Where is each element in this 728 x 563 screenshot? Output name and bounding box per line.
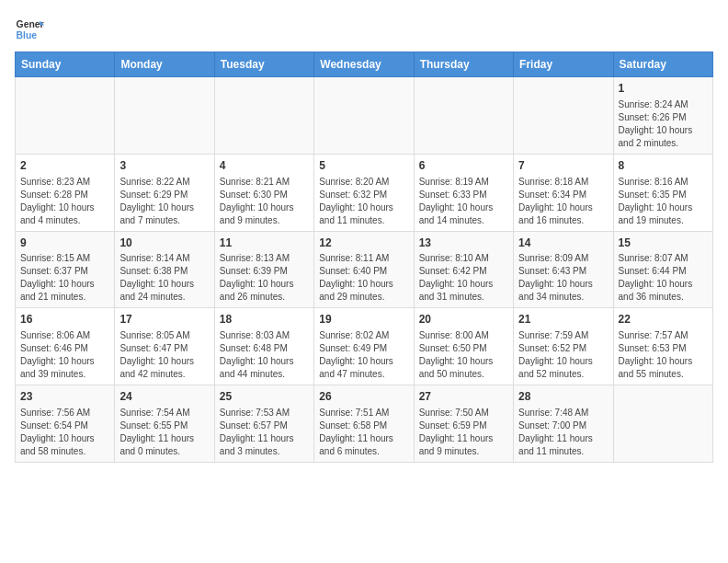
day-of-week-header: Friday	[514, 52, 613, 77]
day-info: Sunrise: 8:20 AM Sunset: 6:32 PM Dayligh…	[319, 176, 408, 227]
day-info: Sunrise: 8:10 AM Sunset: 6:42 PM Dayligh…	[419, 252, 508, 304]
day-of-week-header: Monday	[115, 52, 214, 77]
calendar-cell: 21Sunrise: 7:59 AM Sunset: 6:52 PM Dayli…	[514, 308, 613, 385]
calendar-cell: 18Sunrise: 8:03 AM Sunset: 6:48 PM Dayli…	[214, 308, 313, 385]
day-number: 3	[119, 158, 209, 174]
day-info: Sunrise: 7:51 AM Sunset: 6:58 PM Dayligh…	[319, 407, 408, 458]
day-info: Sunrise: 8:02 AM Sunset: 6:49 PM Dayligh…	[319, 329, 408, 381]
day-number: 28	[518, 389, 608, 405]
calendar-week-row: 16Sunrise: 8:06 AM Sunset: 6:46 PM Dayli…	[16, 308, 713, 385]
calendar-cell: 13Sunrise: 8:10 AM Sunset: 6:42 PM Dayli…	[414, 231, 513, 308]
calendar-cell: 4Sunrise: 8:21 AM Sunset: 6:30 PM Daylig…	[214, 154, 313, 231]
calendar-cell: 16Sunrise: 8:06 AM Sunset: 6:46 PM Dayli…	[16, 308, 115, 385]
calendar-cell: 11Sunrise: 8:13 AM Sunset: 6:39 PM Dayli…	[214, 231, 313, 308]
calendar-cell: 24Sunrise: 7:54 AM Sunset: 6:55 PM Dayli…	[115, 385, 214, 463]
calendar-cell	[16, 77, 115, 155]
day-info: Sunrise: 8:24 AM Sunset: 6:26 PM Dayligh…	[619, 98, 708, 150]
day-number: 12	[319, 236, 408, 251]
calendar-cell: 20Sunrise: 8:00 AM Sunset: 6:50 PM Dayli…	[414, 308, 513, 385]
day-of-week-header: Thursday	[414, 52, 513, 77]
day-info: Sunrise: 8:09 AM Sunset: 6:43 PM Dayligh…	[518, 252, 608, 304]
calendar-cell: 1Sunrise: 8:24 AM Sunset: 6:26 PM Daylig…	[613, 77, 712, 155]
calendar-cell	[115, 77, 214, 155]
day-info: Sunrise: 8:22 AM Sunset: 6:29 PM Dayligh…	[119, 176, 209, 227]
day-number: 16	[20, 312, 109, 327]
day-number: 11	[220, 236, 309, 251]
logo-icon: General Blue	[15, 15, 44, 44]
day-info: Sunrise: 7:57 AM Sunset: 6:53 PM Dayligh…	[619, 329, 708, 381]
svg-text:Blue: Blue	[17, 30, 38, 40]
day-number: 14	[518, 236, 608, 251]
day-info: Sunrise: 7:54 AM Sunset: 6:55 PM Dayligh…	[119, 407, 209, 458]
day-info: Sunrise: 8:11 AM Sunset: 6:40 PM Dayligh…	[319, 252, 408, 304]
day-of-week-header: Tuesday	[214, 52, 313, 77]
calendar-cell: 27Sunrise: 7:50 AM Sunset: 6:59 PM Dayli…	[414, 385, 513, 463]
day-info: Sunrise: 8:06 AM Sunset: 6:46 PM Dayligh…	[20, 329, 109, 381]
day-info: Sunrise: 8:03 AM Sunset: 6:48 PM Dayligh…	[220, 329, 309, 381]
calendar-cell: 28Sunrise: 7:48 AM Sunset: 7:00 PM Dayli…	[514, 385, 613, 463]
calendar-cell: 17Sunrise: 8:05 AM Sunset: 6:47 PM Dayli…	[115, 308, 214, 385]
calendar-cell: 19Sunrise: 8:02 AM Sunset: 6:49 PM Dayli…	[314, 308, 414, 385]
day-info: Sunrise: 8:05 AM Sunset: 6:47 PM Dayligh…	[119, 329, 209, 381]
calendar-table: SundayMondayTuesdayWednesdayThursdayFrid…	[15, 52, 713, 463]
day-info: Sunrise: 7:53 AM Sunset: 6:57 PM Dayligh…	[220, 407, 309, 458]
day-of-week-header: Saturday	[613, 52, 712, 77]
day-number: 26	[319, 389, 408, 405]
day-info: Sunrise: 8:23 AM Sunset: 6:28 PM Dayligh…	[20, 176, 109, 227]
day-number: 23	[20, 389, 109, 405]
calendar-cell	[514, 77, 613, 155]
calendar-cell: 6Sunrise: 8:19 AM Sunset: 6:33 PM Daylig…	[414, 154, 513, 231]
calendar-week-row: 23Sunrise: 7:56 AM Sunset: 6:54 PM Dayli…	[16, 385, 713, 463]
calendar-cell	[414, 77, 513, 155]
calendar-cell: 25Sunrise: 7:53 AM Sunset: 6:57 PM Dayli…	[214, 385, 313, 463]
calendar-cell: 8Sunrise: 8:16 AM Sunset: 6:35 PM Daylig…	[613, 154, 712, 231]
day-info: Sunrise: 8:16 AM Sunset: 6:35 PM Dayligh…	[619, 176, 708, 227]
calendar-cell: 23Sunrise: 7:56 AM Sunset: 6:54 PM Dayli…	[16, 385, 115, 463]
day-number: 1	[619, 81, 708, 97]
day-number: 2	[20, 158, 109, 174]
calendar-cell: 5Sunrise: 8:20 AM Sunset: 6:32 PM Daylig…	[314, 154, 414, 231]
calendar-cell: 10Sunrise: 8:14 AM Sunset: 6:38 PM Dayli…	[115, 231, 214, 308]
day-of-week-header: Wednesday	[314, 52, 414, 77]
day-number: 19	[319, 312, 408, 327]
day-info: Sunrise: 7:59 AM Sunset: 6:52 PM Dayligh…	[518, 329, 608, 381]
calendar-cell: 7Sunrise: 8:18 AM Sunset: 6:34 PM Daylig…	[514, 154, 613, 231]
calendar-cell: 3Sunrise: 8:22 AM Sunset: 6:29 PM Daylig…	[115, 154, 214, 231]
day-number: 4	[220, 158, 309, 174]
day-number: 22	[619, 312, 708, 327]
day-info: Sunrise: 8:18 AM Sunset: 6:34 PM Dayligh…	[518, 176, 608, 227]
calendar-cell	[613, 385, 712, 463]
calendar-week-row: 9Sunrise: 8:15 AM Sunset: 6:37 PM Daylig…	[16, 231, 713, 308]
day-number: 17	[119, 312, 209, 327]
calendar-header-row: SundayMondayTuesdayWednesdayThursdayFrid…	[16, 52, 713, 77]
calendar-week-row: 1Sunrise: 8:24 AM Sunset: 6:26 PM Daylig…	[16, 77, 713, 155]
day-number: 25	[220, 389, 309, 405]
day-info: Sunrise: 8:19 AM Sunset: 6:33 PM Dayligh…	[419, 176, 508, 227]
calendar-cell: 9Sunrise: 8:15 AM Sunset: 6:37 PM Daylig…	[16, 231, 115, 308]
calendar-cell: 12Sunrise: 8:11 AM Sunset: 6:40 PM Dayli…	[314, 231, 414, 308]
day-number: 21	[518, 312, 608, 327]
day-info: Sunrise: 7:56 AM Sunset: 6:54 PM Dayligh…	[20, 407, 109, 458]
calendar-cell: 15Sunrise: 8:07 AM Sunset: 6:44 PM Dayli…	[613, 231, 712, 308]
calendar-cell	[214, 77, 313, 155]
day-info: Sunrise: 8:15 AM Sunset: 6:37 PM Dayligh…	[20, 252, 109, 304]
day-info: Sunrise: 8:00 AM Sunset: 6:50 PM Dayligh…	[419, 329, 508, 381]
calendar-cell: 26Sunrise: 7:51 AM Sunset: 6:58 PM Dayli…	[314, 385, 414, 463]
day-of-week-header: Sunday	[16, 52, 115, 77]
day-info: Sunrise: 8:21 AM Sunset: 6:30 PM Dayligh…	[220, 176, 309, 227]
day-info: Sunrise: 8:14 AM Sunset: 6:38 PM Dayligh…	[119, 252, 209, 304]
calendar-cell	[314, 77, 414, 155]
calendar-cell: 14Sunrise: 8:09 AM Sunset: 6:43 PM Dayli…	[514, 231, 613, 308]
day-number: 7	[518, 158, 608, 174]
day-number: 13	[419, 236, 508, 251]
day-number: 18	[220, 312, 309, 327]
logo: General Blue	[15, 15, 48, 44]
day-number: 8	[619, 158, 708, 174]
day-number: 9	[20, 236, 109, 251]
day-number: 10	[119, 236, 209, 251]
day-number: 24	[119, 389, 209, 405]
day-number: 27	[419, 389, 508, 405]
calendar-cell: 2Sunrise: 8:23 AM Sunset: 6:28 PM Daylig…	[16, 154, 115, 231]
day-number: 20	[419, 312, 508, 327]
day-info: Sunrise: 8:07 AM Sunset: 6:44 PM Dayligh…	[619, 252, 708, 304]
